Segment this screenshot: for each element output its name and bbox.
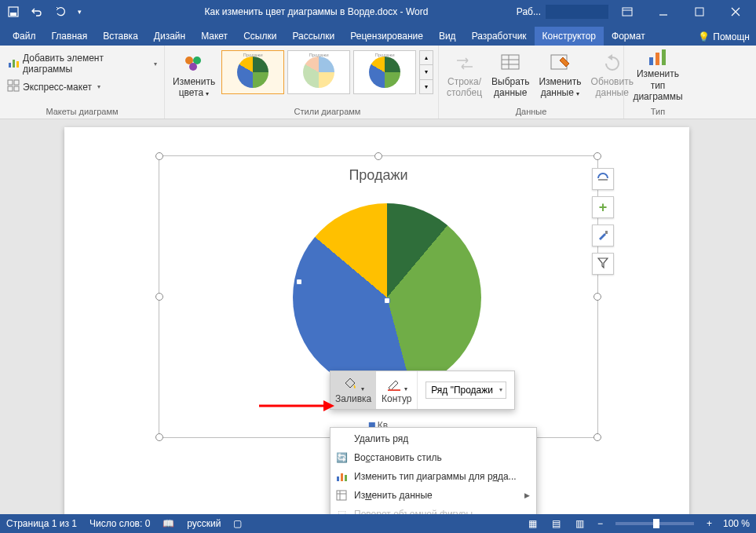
zoom-in-button[interactable]: + — [703, 518, 715, 529]
undo-button[interactable] — [27, 2, 47, 21]
refresh-data-icon — [600, 51, 625, 76]
series-dropdown[interactable]: Ряд "Продажи — [425, 381, 506, 399]
ribbon-group-data: Строка/столбец Выбратьданные Изменитьдан… — [439, 46, 624, 119]
group-label-data: Данные — [442, 105, 620, 119]
page-indicator[interactable]: Страница 1 из 1 — [6, 518, 77, 529]
svg-rect-7 — [8, 80, 13, 85]
series-selector[interactable]: Ряд "Продажи — [417, 371, 514, 409]
change-type-icon — [335, 470, 348, 483]
svg-rect-8 — [14, 80, 19, 85]
group-label-type: Тип — [627, 105, 688, 119]
resize-handle-top-right[interactable] — [593, 152, 601, 160]
tab-design[interactable]: Дизайн — [146, 27, 193, 46]
web-layout-icon: ▥ — [575, 518, 584, 529]
macro-button[interactable]: ▢ — [233, 518, 242, 529]
tell-me-button[interactable]: 💡Помощн — [692, 28, 756, 46]
svg-rect-5 — [13, 60, 15, 68]
fill-button[interactable]: ▾ Заливка — [331, 371, 376, 409]
ribbon-tabs: Файл Главная Вставка Дизайн Макет Ссылки… — [0, 24, 756, 46]
pie-chart[interactable] — [293, 203, 481, 392]
resize-handle-bottom-right[interactable] — [593, 433, 601, 441]
svg-marker-21 — [323, 400, 334, 411]
menu-edit-data[interactable]: Изменить данные ▶ — [331, 486, 536, 505]
status-right: ▦ ▤ ▥ − + 100 % — [524, 516, 750, 531]
add-chart-element-button[interactable]: Добавить элемент диаграммы▾ — [3, 50, 161, 77]
reset-style-icon: 🔄 — [335, 451, 348, 464]
ribbon-change-colors: Изменить цвета ▾ — [165, 46, 217, 119]
tab-chart-format[interactable]: Формат — [604, 27, 653, 46]
zoom-out-button[interactable]: − — [594, 518, 606, 529]
tab-mailings[interactable]: Рассылки — [284, 27, 342, 46]
word-count[interactable]: Число слов: 0 — [89, 518, 150, 529]
gallery-down-button[interactable]: ▾ — [420, 65, 433, 79]
edit-data-icon — [547, 51, 572, 76]
view-read-mode[interactable]: ▦ — [524, 516, 542, 531]
gallery-up-button[interactable]: ▴ — [420, 51, 433, 65]
tab-page-layout[interactable]: Макет — [193, 27, 236, 46]
pen-outline-icon: ▾ — [386, 377, 407, 393]
chart-elements-button[interactable]: + — [592, 196, 614, 218]
zoom-value[interactable]: 100 % — [723, 518, 750, 529]
change-colors-button[interactable]: Изменить цвета ▾ — [168, 47, 220, 102]
change-colors-icon — [181, 51, 206, 76]
chart-title[interactable]: Продажи — [159, 156, 597, 184]
select-data-button[interactable]: Выбратьданные — [487, 47, 534, 102]
maximize-button[interactable] — [682, 0, 717, 24]
user-label: Раб... — [517, 6, 541, 17]
zoom-slider[interactable] — [615, 522, 694, 525]
quick-access-toolbar: ▾ — [3, 2, 85, 21]
tab-file[interactable]: Файл — [5, 27, 44, 46]
user-avatar-placeholder[interactable] — [546, 5, 608, 19]
minimize-button[interactable] — [646, 0, 681, 24]
group-label-styles: Стили диаграмм — [220, 105, 435, 119]
chart-style-3[interactable]: Продажи — [353, 50, 416, 94]
outline-button[interactable]: ▾ Контур — [376, 371, 417, 409]
tab-home[interactable]: Главная — [44, 27, 96, 46]
close-button[interactable] — [718, 0, 753, 24]
slice-handle-icon — [296, 279, 302, 285]
print-layout-icon: ▤ — [552, 518, 561, 529]
tab-insert[interactable]: Вставка — [95, 27, 146, 46]
qat-customize-button[interactable]: ▾ — [74, 2, 85, 21]
resize-handle-mid-right[interactable] — [593, 293, 601, 301]
chart-styles-button[interactable] — [592, 225, 614, 246]
zoom-slider-thumb[interactable] — [653, 519, 659, 528]
paint-bucket-icon: ▾ — [342, 377, 363, 393]
slice-handle-icon — [384, 298, 390, 304]
view-print-layout[interactable]: ▤ — [547, 516, 566, 531]
view-web-layout[interactable]: ▥ — [571, 516, 590, 531]
gallery-more-button[interactable]: ▾ — [420, 80, 433, 93]
svg-rect-19 — [605, 231, 608, 234]
menu-reset-style[interactable]: 🔄 Восстановить стиль — [331, 448, 536, 467]
resize-handle-top-left[interactable] — [155, 152, 163, 160]
chart-style-1[interactable]: Продажи — [221, 50, 284, 94]
redo-button[interactable] — [50, 2, 71, 21]
ribbon-group-chart-layouts: Добавить элемент диаграммы▾ Экспресс-мак… — [0, 46, 165, 119]
language-indicator[interactable]: русский — [187, 518, 221, 529]
add-chart-element-icon — [7, 57, 20, 71]
chart-style-2[interactable]: Продажи — [287, 50, 350, 94]
menu-3d-rotation: ⬚ Поворот объемной фигуры... — [331, 505, 536, 514]
menu-change-chart-type[interactable]: Изменить тип диаграммы для ряда... — [331, 467, 536, 486]
save-button[interactable] — [3, 2, 24, 21]
resize-handle-bottom-left[interactable] — [155, 433, 163, 441]
titlebar-right: Раб... — [517, 0, 753, 24]
tab-references[interactable]: Ссылки — [236, 27, 284, 46]
chart-side-buttons: + — [592, 168, 614, 275]
edit-data-button[interactable]: Изменитьданные ▾ — [534, 47, 586, 102]
chart-filters-button[interactable] — [592, 253, 614, 275]
tab-chart-constructor[interactable]: Конструктор — [535, 27, 604, 46]
resize-handle-top-middle[interactable] — [374, 152, 382, 160]
quick-layout-button[interactable]: Экспресс-макет▾ — [3, 77, 104, 97]
edit-data-icon — [335, 489, 348, 502]
layout-options-button[interactable] — [592, 168, 614, 190]
menu-delete-series[interactable]: Удалить ряд — [331, 429, 536, 448]
spellcheck-button[interactable]: 📖 — [163, 518, 174, 529]
quick-layout-icon — [7, 79, 20, 94]
tab-developer[interactable]: Разработчик — [464, 27, 535, 46]
tab-review[interactable]: Рецензирование — [342, 27, 431, 46]
tab-view[interactable]: Вид — [431, 27, 464, 46]
resize-handle-mid-left[interactable] — [155, 293, 163, 301]
svg-rect-3 — [696, 8, 703, 16]
ribbon-display-options[interactable] — [610, 0, 645, 24]
